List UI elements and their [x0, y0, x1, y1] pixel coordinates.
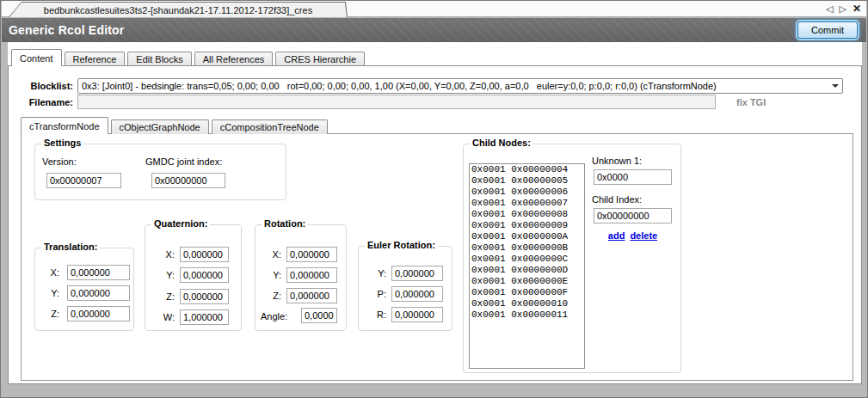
nav-next-icon[interactable]: ▷ [839, 1, 846, 16]
tab-edit-blocks[interactable]: Edit Blocks [127, 52, 191, 66]
add-link[interactable]: add [608, 230, 625, 241]
tab-reference[interactable]: Reference [65, 52, 126, 66]
quaternion-w-input[interactable] [180, 309, 229, 325]
list-item[interactable]: 0x0001 0x00000006 [470, 187, 584, 198]
list-item[interactable]: 0x0001 0x0000000A [470, 231, 584, 242]
quaternion-w-label: W: [154, 312, 175, 322]
blocklist-selected-value: 0x3: [Joint0] - bedsingle: trans=0,05; 0… [78, 81, 828, 91]
tab-nav-controls: ◁ ▷ ✕ [826, 1, 861, 16]
euler-rotation-legend: Euler Rotation: [365, 240, 438, 250]
rotation-y-input[interactable] [286, 267, 337, 283]
quaternion-x-input[interactable] [180, 247, 229, 262]
translation-z-label: Z: [42, 309, 59, 319]
quaternion-group: Quaternion: X: Y: Z: W: [145, 224, 242, 331]
tab-cres-hierarchie[interactable]: CRES Hierarchie [275, 52, 365, 66]
rotation-z-input[interactable] [286, 288, 337, 303]
list-item[interactable]: 0x0001 0x0000000B [470, 242, 584, 254]
translation-x-input[interactable] [67, 265, 130, 280]
filename-input[interactable] [77, 95, 716, 109]
quaternion-y-input[interactable] [180, 267, 229, 283]
unknown1-label: Unknown 1: [592, 156, 642, 166]
quaternion-z-input[interactable] [180, 289, 229, 304]
list-item[interactable]: 0x0001 0x00000009 [470, 220, 584, 231]
settings-group: Settings Version: GMDC joint index: [34, 144, 286, 200]
quaternion-y-label: Y: [154, 270, 175, 280]
delete-link[interactable]: delete [630, 230, 657, 241]
rotation-group: Rotation: X: Y: Z: Angle: [255, 224, 347, 331]
translation-legend: Translation: [41, 242, 100, 252]
list-item[interactable]: 0x0001 0x0000000C [470, 254, 584, 265]
child-nodes-group: Child Nodes: 0x0001 0x00000004 0x0001 0x… [463, 144, 681, 373]
translation-y-label: Y: [42, 288, 59, 298]
chevron-down-icon [828, 79, 842, 93]
list-item[interactable]: 0x0001 0x00000011 [470, 309, 584, 321]
quaternion-x-label: X: [154, 249, 175, 260]
list-item[interactable]: 0x0001 0x0000000F [470, 287, 584, 298]
euler-r-label: R: [367, 309, 386, 320]
editor-header: Generic Rcol Editor Commit [2, 18, 866, 42]
child-nodes-actions: adddelete [594, 230, 672, 241]
list-item[interactable]: 0x0001 0x00000004 [470, 164, 584, 175]
rotation-x-label: X: [262, 249, 281, 260]
fix-tgi-link: fix TGI [736, 97, 766, 107]
quaternion-z-label: Z: [154, 291, 175, 302]
list-item[interactable]: 0x0001 0x00000007 [470, 198, 584, 209]
translation-x-label: X: [42, 267, 59, 278]
tab-all-references[interactable]: All References [194, 52, 274, 66]
gmdc-joint-index-label: GMDC joint index: [145, 156, 222, 167]
editor-body: Content Reference Edit Blocks All Refere… [8, 42, 862, 384]
list-item[interactable]: 0x0001 0x00000010 [470, 298, 584, 309]
filename-label: Filename: [9, 97, 73, 107]
blocklist-select[interactable]: 0x3: [Joint0] - bedsingle: trans=0,05; 0… [77, 78, 843, 94]
tab-ctransformnode[interactable]: cTransformNode [21, 117, 108, 134]
tab-ccompositiontreenode[interactable]: cCompositionTreeNode [212, 119, 328, 134]
editor-tab-strip: Content Reference Edit Blocks All Refere… [11, 49, 367, 66]
euler-p-label: P: [367, 289, 386, 299]
list-item[interactable]: 0x0001 0x00000005 [470, 175, 584, 187]
child-nodes-listbox[interactable]: 0x0001 0x00000004 0x0001 0x00000005 0x00… [469, 163, 585, 369]
content-tab-page: Blocklist: 0x3: [Joint0] - bedsingle: tr… [8, 65, 862, 384]
euler-y-input[interactable] [391, 266, 443, 281]
gmdc-joint-index-input[interactable] [151, 173, 225, 188]
euler-rotation-group: Euler Rotation: Y: P: R: [358, 246, 452, 331]
child-index-label: Child Index: [592, 194, 642, 205]
list-item[interactable]: 0x0001 0x0000000E [470, 276, 584, 287]
ctransformnode-panel: Settings Version: GMDC joint index: Tran… [21, 133, 853, 381]
resource-tab-label: bedbunkcastlesuites3ts2-[shaundak21-17.1… [44, 5, 312, 15]
version-input[interactable] [46, 173, 121, 188]
window-frame: bedbunkcastlesuites3ts2-[shaundak21-17.1… [0, 0, 868, 398]
commit-button[interactable]: Commit [797, 21, 858, 39]
resource-tab[interactable]: bedbunkcastlesuites3ts2-[shaundak21-17.1… [9, 2, 348, 17]
blocklist-label: Blocklist: [9, 81, 73, 91]
tab-cobjectgraphnode[interactable]: cObjectGraphNode [111, 119, 209, 134]
rotation-x-input[interactable] [286, 247, 337, 262]
close-icon[interactable]: ✕ [853, 1, 861, 16]
node-tab-strip: cTransformNode cObjectGraphNode cComposi… [21, 117, 330, 134]
page-title: Generic Rcol Editor [9, 23, 125, 37]
document-tab-bar: bedbunkcastlesuites3ts2-[shaundak21-17.1… [2, 1, 866, 17]
list-item[interactable]: 0x0001 0x0000000D [470, 265, 584, 276]
rotation-angle-label: Angle: [261, 311, 287, 321]
translation-z-input[interactable] [67, 306, 130, 321]
rotation-legend: Rotation: [262, 218, 308, 229]
list-item[interactable]: 0x0001 0x00000008 [470, 209, 584, 220]
version-label: Version: [42, 156, 77, 167]
unknown1-input[interactable] [594, 169, 672, 185]
translation-group: Translation: X: Y: Z: [34, 248, 134, 331]
quaternion-legend: Quaternion: [151, 218, 210, 229]
euler-r-input[interactable] [391, 307, 443, 322]
child-index-input[interactable] [594, 208, 672, 223]
rotation-angle-input[interactable] [301, 308, 337, 323]
tab-content[interactable]: Content [11, 49, 62, 66]
rotation-y-label: Y: [262, 270, 281, 280]
settings-legend: Settings [41, 138, 83, 148]
euler-p-input[interactable] [391, 286, 443, 302]
rotation-z-label: Z: [262, 291, 281, 301]
translation-y-input[interactable] [67, 285, 130, 301]
nav-prev-icon[interactable]: ◁ [826, 1, 833, 16]
child-nodes-legend: Child Nodes: [470, 138, 533, 148]
euler-y-label: Y: [367, 268, 386, 279]
